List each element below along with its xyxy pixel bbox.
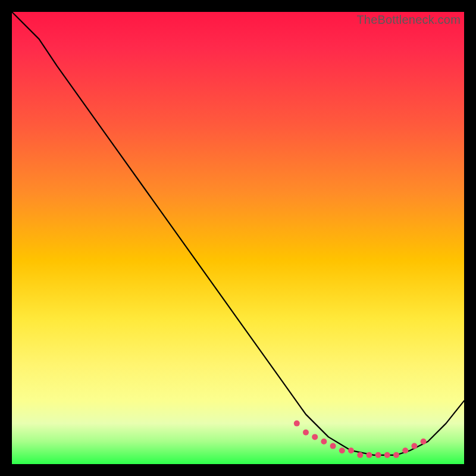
plot-area: TheBottleneck.com: [12, 12, 464, 464]
marker-dot: [294, 421, 300, 427]
marker-dot: [384, 452, 390, 458]
curve-line: [12, 12, 464, 455]
curve-markers: [294, 421, 427, 458]
chart-frame: TheBottleneck.com: [0, 0, 476, 476]
marker-dot: [393, 452, 399, 458]
marker-dot: [411, 443, 417, 449]
marker-dot: [303, 430, 309, 436]
marker-dot: [402, 447, 408, 453]
marker-dot: [375, 452, 381, 458]
marker-dot: [312, 434, 318, 440]
marker-dot: [357, 452, 363, 458]
marker-dot: [339, 447, 345, 453]
marker-dot: [421, 439, 427, 444]
marker-dot: [348, 447, 354, 453]
chart-svg: [12, 12, 464, 464]
marker-dot: [366, 452, 372, 458]
marker-dot: [330, 443, 336, 449]
marker-dot: [321, 439, 327, 444]
